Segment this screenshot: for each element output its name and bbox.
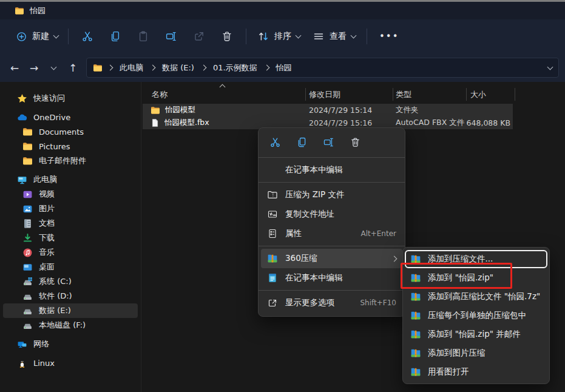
- rename-menu-button[interactable]: [318, 133, 339, 151]
- column-header-date[interactable]: 修改日期: [309, 89, 340, 100]
- sidebar-item-drive-f[interactable]: 本地磁盘 (F:): [3, 318, 138, 333]
- submenu-item-add-to-7z[interactable]: 添加到高压缩比文件 "怡园.7z": [405, 288, 547, 306]
- submenu-item-label: 用看图打开: [428, 367, 469, 377]
- paste-button[interactable]: [129, 25, 157, 47]
- menu-item-properties[interactable]: 属性 Alt+Enter: [261, 224, 402, 243]
- sidebar-item-pictures[interactable]: Pictures: [3, 139, 138, 154]
- sidebar-item-downloads[interactable]: 下载: [3, 231, 138, 245]
- forward-arrow-icon: →: [30, 62, 38, 74]
- forward-button[interactable]: →: [24, 58, 44, 78]
- copy-menu-button[interactable]: [291, 133, 313, 151]
- menu-item-compress-to-zip[interactable]: 压缩为 ZIP 文件: [261, 185, 402, 204]
- column-divider[interactable]: [515, 88, 515, 101]
- navigation-bar: ← → ↑ 此电脑 数据 (E:) 01.示例数据 怡园: [0, 53, 565, 83]
- submenu-item-add-to-zip-and-email[interactable]: 添加到 "怡园.zip" 并邮件: [405, 325, 547, 343]
- menu-item-show-more-options[interactable]: 显示更多选项 Shift+F10: [261, 293, 402, 313]
- column-header-size[interactable]: 大小: [470, 89, 486, 100]
- sidebar-item-onedrive[interactable]: OneDrive: [3, 110, 138, 124]
- window-title: 怡园: [30, 5, 46, 16]
- new-button[interactable]: 新建: [11, 25, 63, 47]
- delete-button[interactable]: [213, 25, 241, 47]
- menu-item-label: 显示更多选项: [285, 297, 334, 308]
- paste-icon: [137, 30, 149, 42]
- submenu-item-add-to-image-compress[interactable]: 添加到图片压缩: [405, 344, 547, 362]
- sidebar-item-label: 电子邮件附件: [39, 155, 86, 166]
- breadcrumb-current-folder[interactable]: 怡园: [274, 61, 294, 75]
- sidebar-item-label: Pictures: [39, 142, 70, 151]
- properties-icon: [267, 228, 278, 239]
- sidebar-item-email-attachments[interactable]: 电子邮件附件: [3, 154, 138, 168]
- chevron-down-icon: [50, 64, 56, 70]
- sort-button-label: 排序: [274, 31, 291, 42]
- view-button[interactable]: 查看: [306, 25, 362, 47]
- file-row-folder[interactable]: 怡园模型 2024/7/29 15:14 文件夹: [143, 104, 513, 117]
- copy-button[interactable]: [101, 25, 129, 47]
- zip360-icon: [410, 291, 421, 302]
- sidebar-item-this-pc[interactable]: 此电脑: [3, 172, 138, 187]
- submenu-item-compress-each-separately[interactable]: 压缩每个到单独的压缩包中: [405, 306, 547, 325]
- menu-item-edit-in-notepad-top[interactable]: 在记事本中编辑: [261, 160, 402, 180]
- document-icon: [22, 218, 33, 229]
- share-button[interactable]: [185, 25, 213, 47]
- sidebar-item-pictures-library[interactable]: 图片: [3, 201, 138, 216]
- folder-icon: [93, 63, 103, 73]
- sidebar-item-drive-c[interactable]: 系统 (C:): [3, 274, 138, 289]
- sort-button[interactable]: 排序: [251, 25, 306, 47]
- submenu-item-open-with-image-viewer[interactable]: 用看图打开: [405, 363, 547, 381]
- menu-item-edit-in-notepad[interactable]: 在记事本中编辑: [261, 268, 402, 288]
- rename-button[interactable]: [157, 25, 185, 47]
- cut-menu-button[interactable]: [265, 133, 286, 151]
- back-arrow-icon: ←: [10, 62, 19, 74]
- sidebar-item-desktop[interactable]: 桌面: [3, 260, 138, 274]
- menu-item-copy-file-path[interactable]: 复制文件地址: [261, 204, 402, 224]
- up-button[interactable]: ↑: [63, 58, 83, 78]
- sidebar-item-network[interactable]: 网络: [3, 337, 138, 351]
- sidebar-item-drive-d[interactable]: 软件 (D:): [3, 289, 138, 303]
- cut-icon: [269, 137, 281, 148]
- menu-separator: [259, 182, 405, 183]
- cut-button[interactable]: [73, 25, 101, 47]
- folder-icon: [22, 127, 33, 137]
- column-header-type[interactable]: 类型: [396, 89, 411, 100]
- sidebar-item-label: 网络: [33, 339, 49, 350]
- menu-item-label: 360压缩: [285, 253, 317, 264]
- column-header-row: 名称 修改日期 类型 大小: [141, 87, 565, 103]
- sidebar-item-videos[interactable]: 视频: [3, 187, 138, 201]
- file-explorer-window: 怡园 新建 排序 查看 ••• ← →: [0, 0, 565, 392]
- column-divider[interactable]: [466, 88, 467, 101]
- sidebar-item-documents[interactable]: Documents: [3, 124, 138, 139]
- column-divider[interactable]: [393, 88, 393, 101]
- cloud-icon: [17, 112, 27, 123]
- breadcrumb-sample-data[interactable]: 01.示例数据: [211, 61, 259, 75]
- linux-penguin-icon: [17, 358, 27, 368]
- sidebar-item-documents-library[interactable]: 文档: [3, 216, 138, 231]
- sidebar-item-label: 数据 (E:): [39, 305, 71, 316]
- submenu-item-label: 添加到 "怡园.zip" 并邮件: [428, 329, 521, 340]
- sort-arrows-icon: [257, 30, 269, 42]
- back-button[interactable]: ←: [5, 58, 24, 78]
- sidebar-item-linux[interactable]: Linux: [3, 356, 138, 370]
- command-toolbar: 新建 排序 查看 •••: [0, 19, 565, 54]
- delete-menu-button[interactable]: [345, 133, 366, 151]
- address-dropdown-icon[interactable]: [547, 64, 553, 70]
- breadcrumb-drive-e[interactable]: 数据 (E:): [160, 61, 196, 75]
- sidebar-item-drive-e[interactable]: 数据 (E:): [3, 303, 138, 318]
- file-date: 2024/7/29 15:14: [309, 106, 372, 115]
- sidebar-item-label: 软件 (D:): [39, 291, 72, 302]
- sidebar-item-label: Documents: [39, 127, 84, 137]
- column-divider[interactable]: [305, 88, 306, 101]
- picture-icon: [22, 204, 33, 214]
- address-bar[interactable]: 此电脑 数据 (E:) 01.示例数据 怡园: [86, 58, 559, 78]
- sidebar-item-music[interactable]: 音乐: [3, 245, 138, 260]
- sidebar-item-label: OneDrive: [33, 113, 70, 122]
- recent-locations-button[interactable]: [44, 58, 63, 78]
- drive-icon: [22, 306, 33, 316]
- sidebar-item-quick-access[interactable]: 快速访问: [3, 91, 138, 106]
- trash-icon: [221, 30, 233, 42]
- breadcrumb-this-pc[interactable]: 此电脑: [118, 61, 145, 75]
- menu-item-360-compress[interactable]: 360压缩: [261, 249, 402, 268]
- column-header-name[interactable]: 名称: [152, 89, 167, 100]
- breadcrumb-separator-icon: [263, 65, 269, 71]
- breadcrumb-separator-icon: [107, 65, 113, 71]
- more-commands-button[interactable]: •••: [372, 25, 407, 47]
